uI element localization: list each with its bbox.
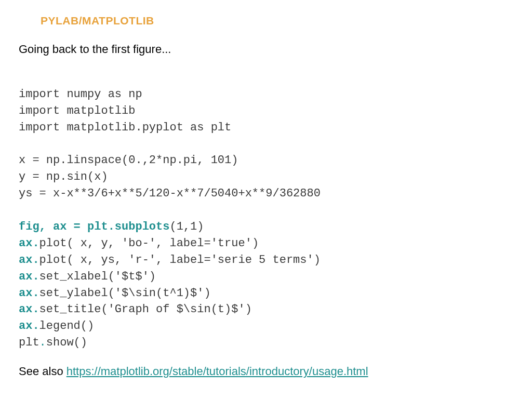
code-highlight: ax.	[19, 254, 39, 267]
docs-link[interactable]: https://matplotlib.org/stable/tutorials/…	[66, 365, 368, 378]
code-block: import numpy as np import matplotlib imp…	[19, 70, 513, 351]
intro-text: Going back to the first figure...	[19, 43, 513, 56]
section-title: PYLAB/MATPLOTLIB	[41, 15, 513, 27]
code-line: import matplotlib.pyplot as plt	[19, 121, 231, 134]
code-line: legend()	[39, 320, 95, 332]
code-highlight: ax.	[19, 287, 39, 300]
code-highlight: .	[39, 336, 46, 349]
code-line: ys = x-x**3/6+x**5/120-x**7/5040+x**9/36…	[19, 187, 321, 200]
code-highlight: ax.	[19, 237, 39, 250]
code-line: x = np.linspace(0.,2*np.pi, 101)	[19, 154, 238, 167]
code-line: plot( x, y, 'bo-', label='true')	[39, 237, 259, 250]
code-line: plot( x, ys, 'r-', label='serie 5 terms'…	[39, 254, 321, 267]
code-highlight: ax.	[19, 270, 39, 283]
code-highlight: ax.	[19, 303, 39, 316]
code-line: show()	[46, 336, 87, 349]
code-highlight: ax.	[19, 320, 39, 332]
see-also: See also https://matplotlib.org/stable/t…	[19, 365, 513, 378]
code-line: (1,1)	[169, 220, 204, 233]
code-line: import numpy as np	[19, 88, 142, 101]
see-also-label: See also	[19, 365, 66, 378]
code-line: import matplotlib	[19, 104, 135, 117]
code-line: set_title('Graph of $\sin(t)$')	[39, 303, 252, 316]
code-line: y = np.sin(x)	[19, 170, 108, 183]
code-highlight: fig, ax = plt.subplots	[19, 220, 169, 233]
code-line: set_xlabel('$t$')	[39, 270, 156, 283]
code-line: set_ylabel('$\sin(t^1)$')	[39, 287, 211, 300]
code-line: plt	[19, 336, 39, 349]
